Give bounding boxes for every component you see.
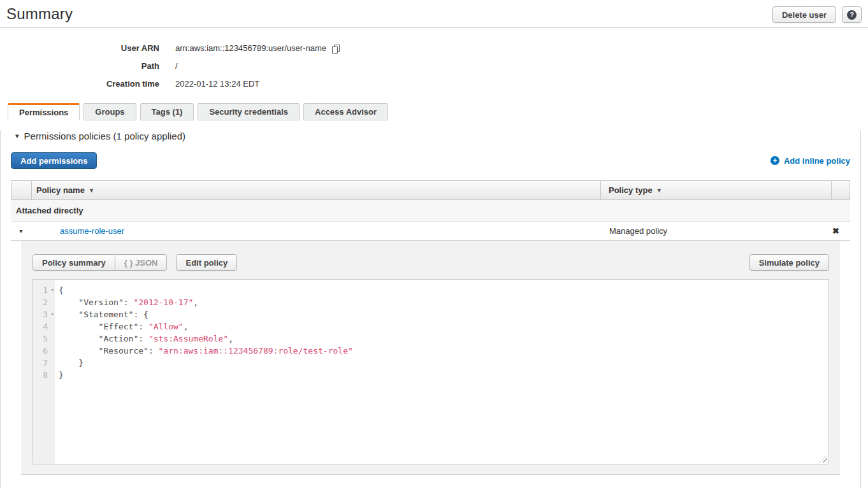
line-number: 8 — [43, 370, 48, 380]
tab-groups[interactable]: Groups — [83, 103, 136, 120]
page-title: Summary — [6, 5, 73, 23]
add-inline-policy-link[interactable]: + Add inline policy — [770, 156, 850, 166]
policy-summary-button[interactable]: Policy summary — [33, 254, 115, 271]
detail-row-path: Path / — [0, 57, 868, 75]
policy-detail-panel: Policy summary { } JSON Edit policy Simu… — [21, 241, 840, 475]
sort-caret-icon: ▾ — [658, 187, 661, 194]
policy-table-row: ▾ assume-role-user Managed policy ✖ — [11, 222, 850, 241]
path-label: Path — [0, 57, 159, 75]
expander-column-header — [11, 181, 32, 199]
policy-table-header: Policy name ▾ Policy type ▾ — [11, 180, 850, 200]
policy-detail-toolbar: Policy summary { } JSON Edit policy Simu… — [33, 254, 829, 271]
json-policy-editor[interactable]: 1▾ 2 3▾ 4 5 6 7 8 { "Version": "2012-10-… — [33, 279, 829, 464]
tab-permissions[interactable]: Permissions — [8, 103, 80, 120]
path-value: / — [175, 57, 178, 75]
detail-row-arn: User ARN arn:aws:iam::123456789:user/use… — [0, 39, 868, 57]
fold-caret-icon[interactable]: ▾ — [51, 308, 54, 320]
header-actions: Delete user ? — [772, 6, 862, 23]
line-number: 2 — [43, 298, 48, 307]
creation-time-value: 2022-01-12 13:24 EDT — [175, 75, 259, 93]
detail-row-creation-time: Creation time 2022-01-12 13:24 EDT — [0, 75, 868, 93]
code-line: "Statement": { — [59, 308, 828, 320]
column-policy-type[interactable]: Policy type ▾ — [601, 181, 832, 199]
permissions-tab-content: ▾ Permissions policies (1 policy applied… — [0, 131, 861, 488]
policy-actions-row: Add permissions + Add inline policy — [11, 152, 850, 169]
page-header: Summary Delete user ? — [0, 0, 868, 28]
line-number: 6 — [43, 346, 48, 355]
plus-circle-icon: + — [770, 156, 779, 165]
column-policy-name[interactable]: Policy name ▾ — [32, 181, 601, 199]
copy-icon[interactable] — [331, 44, 341, 54]
user-arn-label: User ARN — [0, 39, 159, 57]
tab-security-credentials[interactable]: Security credentials — [198, 103, 300, 120]
line-number: 7 — [43, 358, 48, 368]
line-number: 4 — [43, 322, 48, 331]
action-column-header — [832, 181, 850, 199]
view-toggle-group: Policy summary { } JSON — [33, 254, 167, 271]
line-number: 1 — [43, 285, 48, 295]
user-arn-value: arn:aws:iam::123456789:user/user-name — [175, 39, 326, 57]
simulate-policy-button[interactable]: Simulate policy — [749, 254, 829, 271]
code-line: "Effect": "Allow", — [59, 320, 828, 333]
edit-policy-button[interactable]: Edit policy — [176, 254, 237, 271]
user-details: User ARN arn:aws:iam::123456789:user/use… — [0, 39, 868, 93]
remove-policy-button[interactable]: ✖ — [832, 226, 839, 236]
delete-user-button[interactable]: Delete user — [772, 6, 836, 23]
json-view-button[interactable]: { } JSON — [115, 254, 168, 271]
code-line: "Action": "sts:AssumeRole", — [59, 333, 828, 345]
tab-access-advisor[interactable]: Access Advisor — [303, 103, 388, 120]
code-line: { — [59, 284, 828, 296]
permissions-policies-heading: Permissions policies (1 policy applied) — [24, 131, 185, 141]
row-expander-caret[interactable]: ▾ — [11, 227, 31, 234]
line-number: 3 — [43, 310, 48, 319]
attached-directly-group-row: Attached directly — [11, 200, 850, 222]
add-permissions-button[interactable]: Add permissions — [11, 152, 97, 169]
collapse-caret-icon: ▾ — [15, 133, 19, 140]
line-number: 5 — [43, 334, 48, 343]
sort-caret-icon: ▾ — [90, 187, 93, 194]
policy-table: Policy name ▾ Policy type ▾ Attached dir… — [11, 180, 850, 475]
code-line: } — [59, 369, 828, 381]
creation-time-label: Creation time — [0, 75, 159, 93]
permissions-policies-toggle[interactable]: ▾ Permissions policies (1 policy applied… — [15, 131, 860, 141]
help-button[interactable]: ? — [842, 6, 862, 23]
code-line: "Resource": "arn:aws:iam::123456789:role… — [59, 345, 828, 357]
tab-tags[interactable]: Tags (1) — [140, 103, 194, 120]
tab-bar: Permissions Groups Tags (1) Security cre… — [0, 103, 868, 120]
code-line: } — [59, 357, 828, 369]
code-line: "Version": "2012-10-17", — [59, 296, 828, 308]
fold-caret-icon[interactable]: ▾ — [51, 284, 54, 296]
editor-code-area[interactable]: { "Version": "2012-10-17", "Statement": … — [55, 280, 828, 464]
policy-name-link[interactable]: assume-role-user — [60, 226, 124, 236]
question-mark-icon: ? — [847, 10, 857, 20]
editor-gutter: 1▾ 2 3▾ 4 5 6 7 8 — [33, 280, 55, 464]
policy-type-value: Managed policy — [609, 226, 667, 236]
